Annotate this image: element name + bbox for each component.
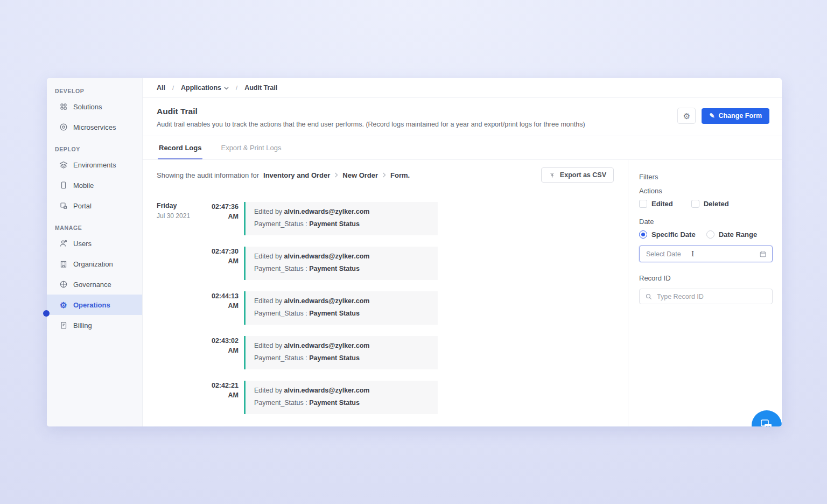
sidebar-item-organization[interactable]: Organization	[47, 254, 142, 274]
log-action-line: Edited by alvin.edwards@zylker.com	[254, 342, 430, 349]
tab-record-logs[interactable]: Record Logs	[159, 136, 201, 159]
log-card: Edited by alvin.edwards@zylker.com Payme…	[244, 291, 438, 325]
sidebar-item-label: Portal	[73, 202, 92, 210]
log-field: Payment_Status :	[254, 220, 307, 228]
log-field-line: Payment_Status : Payment Status	[254, 399, 430, 407]
page-subtitle: Audit trail enables you to track the act…	[157, 121, 585, 128]
log-entry: 02:42:21 AM Edited by alvin.edwards@zylk…	[157, 381, 614, 414]
log-action: Edited by	[254, 342, 282, 349]
header-actions: ⚙ ✎ Change Form	[677, 108, 769, 124]
checkbox-icon	[639, 200, 647, 208]
log-date-column: Friday Jul 30 2021	[157, 202, 204, 235]
breadcrumb-applications[interactable]: Applications	[181, 84, 229, 92]
sidebar-item-label: Microservices	[73, 123, 116, 131]
microservices-icon	[59, 123, 68, 131]
breadcrumb: All / Applications / Audit Trail	[143, 78, 782, 98]
log-time: 02:47:36 AM	[204, 202, 239, 235]
breadcrumb-audit-trail[interactable]: Audit Trail	[244, 84, 277, 92]
sidebar-item-label: Solutions	[73, 103, 102, 111]
sidebar-item-solutions[interactable]: Solutions	[47, 96, 142, 117]
billing-icon	[59, 321, 68, 330]
sidebar-item-billing[interactable]: Billing	[47, 315, 142, 335]
settings-button[interactable]: ⚙	[677, 108, 696, 124]
log-time-meridiem: AM	[204, 390, 239, 400]
sidebar-item-users[interactable]: Users	[47, 233, 142, 254]
sidebar-item-governance[interactable]: Governance	[47, 274, 142, 295]
chat-icon	[760, 418, 774, 426]
record-id-input[interactable]	[657, 293, 767, 300]
log-time-meridiem: AM	[204, 212, 239, 221]
log-card: Edited by alvin.edwards@zylker.com Payme…	[244, 247, 438, 280]
record-id-search[interactable]	[639, 289, 773, 304]
active-item-marker	[43, 310, 50, 317]
breadcrumb-all[interactable]: All	[157, 84, 165, 92]
log-time-meridiem: AM	[204, 346, 239, 355]
log-time-value: 02:44:13	[204, 291, 239, 301]
change-form-button[interactable]: ✎ Change Form	[702, 108, 769, 124]
log-entry: 02:44:13 AM Edited by alvin.edwards@zylk…	[157, 291, 614, 325]
log-user: alvin.edwards@zylker.com	[284, 342, 370, 349]
checkbox-edited[interactable]: Edited	[639, 200, 673, 208]
actions-label: Actions	[639, 187, 771, 195]
log-field-line: Payment_Status : Payment Status	[254, 354, 430, 362]
log-value: Payment Status	[309, 220, 360, 228]
log-field: Payment_Status :	[254, 310, 307, 317]
radio-date-range[interactable]: Date Range	[706, 230, 758, 239]
pencil-icon: ✎	[709, 112, 714, 120]
portal-icon	[59, 201, 68, 210]
tab-export-print-logs[interactable]: Export & Print Logs	[221, 136, 281, 159]
date-label: Date	[639, 218, 771, 226]
solutions-icon	[59, 102, 68, 111]
breadcrumb-applications-label: Applications	[181, 84, 221, 92]
date-radio-row: Specific Date Date Range	[639, 230, 771, 239]
export-icon	[549, 172, 556, 179]
log-day: Friday	[157, 202, 204, 209]
breadcrumb-separator: /	[172, 85, 174, 91]
content-area: Showing the audit information for Invent…	[143, 160, 782, 426]
actions-checkbox-row: Edited Deleted	[639, 200, 771, 208]
checkbox-icon	[691, 200, 699, 208]
radio-specific-date[interactable]: Specific Date	[639, 230, 696, 239]
sidebar-item-microservices[interactable]: Microservices	[47, 117, 142, 137]
environments-icon	[59, 160, 68, 169]
calendar-icon[interactable]	[759, 250, 767, 258]
log-date: Jul 30 2021	[157, 212, 204, 220]
log-field-line: Payment_Status : Payment Status	[254, 265, 430, 272]
log-time-value: 02:43:02	[204, 336, 239, 346]
checkbox-deleted-label: Deleted	[704, 200, 729, 208]
export-csv-label: Export as CSV	[560, 171, 606, 179]
log-date-column	[157, 381, 204, 414]
radio-icon	[639, 230, 647, 239]
tab-bar: Record Logs Export & Print Logs	[143, 136, 782, 160]
export-csv-button[interactable]: Export as CSV	[541, 167, 614, 183]
log-action: Edited by	[254, 253, 282, 260]
sidebar-item-environments[interactable]: Environments	[47, 155, 142, 175]
audit-log-list: Friday Jul 30 2021 02:47:36 AM Edited by…	[157, 202, 614, 414]
report-name: New Order	[342, 171, 378, 179]
checkbox-deleted[interactable]: Deleted	[691, 200, 729, 208]
log-action-line: Edited by alvin.edwards@zylker.com	[254, 387, 430, 394]
chevron-right-icon	[382, 171, 386, 179]
log-action-line: Edited by alvin.edwards@zylker.com	[254, 208, 430, 215]
log-action: Edited by	[254, 387, 282, 394]
log-card: Edited by alvin.edwards@zylker.com Payme…	[244, 381, 438, 414]
page-title: Audit Trail	[157, 107, 585, 116]
log-time: 02:47:30 AM	[204, 247, 239, 280]
select-date-input[interactable]: Select Date I	[639, 246, 773, 262]
sidebar-item-portal[interactable]: Portal	[47, 195, 142, 216]
operations-gear-icon: ⚙	[59, 300, 68, 309]
sidebar-item-operations[interactable]: ⚙ Operations	[47, 295, 142, 315]
log-entry: 02:47:30 AM Edited by alvin.edwards@zylk…	[157, 247, 614, 280]
log-user: alvin.edwards@zylker.com	[284, 297, 370, 305]
gear-icon: ⚙	[683, 112, 690, 120]
page-header-text: Audit Trail Audit trail enables you to t…	[157, 107, 585, 128]
log-action: Edited by	[254, 208, 282, 215]
sidebar-item-label: Users	[73, 240, 92, 248]
record-logs-pane: Showing the audit information for Invent…	[143, 160, 628, 426]
log-entry: Friday Jul 30 2021 02:47:36 AM Edited by…	[157, 202, 614, 235]
log-field-line: Payment_Status : Payment Status	[254, 220, 430, 228]
sidebar-item-mobile[interactable]: Mobile	[47, 175, 142, 195]
log-time: 02:42:21 AM	[204, 381, 239, 414]
log-info-row: Showing the audit information for Invent…	[157, 167, 614, 183]
log-time-meridiem: AM	[204, 301, 239, 311]
